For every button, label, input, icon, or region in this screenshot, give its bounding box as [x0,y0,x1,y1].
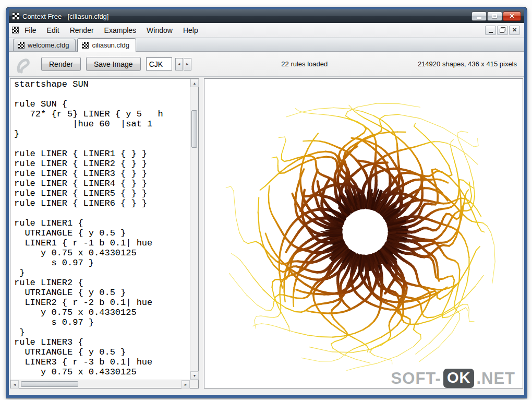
tab-welcome[interactable]: welcome.cfdg [13,39,76,51]
tab-label: welcome.cfdg [28,41,69,49]
arrow-left-icon: ◄ [177,62,181,66]
tab-label: ciliasun.cfdg [92,41,129,49]
variation-spinner: ◄ ► [175,58,191,70]
watermark: SOFT- OK .NET [391,369,515,388]
mdi-close-icon: ✕ [512,27,517,33]
variation-input[interactable] [146,57,172,70]
render-button[interactable]: Render [41,57,81,71]
tab-file-icon [18,42,25,49]
scroll-left-icon: ◄ [13,383,17,386]
watermark-text-left: SOFT- [391,369,441,388]
watermark-badge: OK [443,369,475,388]
scroll-down-button[interactable]: ▼ [190,371,199,380]
menu-help[interactable]: Help [178,25,203,36]
menu-examples[interactable]: Examples [100,25,141,36]
render-status: 214920 shapes, 436 x 415 pixels [418,60,517,68]
close-button[interactable]: ✕ [503,11,521,21]
rendered-sun-image [204,79,523,388]
vertical-scrollbar[interactable]: ▲ ▼ [190,79,198,380]
variation-next-button[interactable]: ► [184,58,191,70]
mdi-minimize-button[interactable] [485,26,496,35]
toolbar: Render Save Image ◄ ► 22 rules loaded 21… [9,52,524,77]
scroll-left-button[interactable]: ◄ [10,380,19,389]
menu-edit[interactable]: Edit [42,25,64,36]
window-controls: ✕ [471,11,521,21]
watermark-text-right: .NET [476,369,515,388]
menu-window[interactable]: Window [142,25,177,36]
main-area: startshape SUN rule SUN { 72* {r 5} LINE… [9,77,524,395]
menu-render[interactable]: Render [65,25,99,36]
minimize-button[interactable] [471,11,487,21]
app-icon[interactable] [12,13,19,20]
app-window: Context Free - [ciliasun.cfdg] ✕ File Ed… [6,7,527,398]
variation-prev-button[interactable]: ◄ [175,58,183,70]
document-icon[interactable] [12,27,19,33]
tab-bar: welcome.cfdg ciliasun.cfdg [9,38,524,52]
arrow-right-icon: ► [186,62,189,66]
scroll-right-icon: ► [184,383,188,386]
mdi-restore-button[interactable] [497,26,508,35]
context-free-logo-icon [14,54,34,74]
code-text[interactable]: startshape SUN rule SUN { 72* {r 5} LINE… [10,79,190,380]
vertical-scroll-thumb[interactable] [191,110,197,148]
mdi-window-controls: ✕ [485,26,520,35]
tab-ciliasun[interactable]: ciliasun.cfdg [77,38,136,52]
scrollbar-corner [190,380,198,388]
rules-status: 22 rules loaded [197,60,413,68]
mdi-close-button[interactable]: ✕ [509,26,520,35]
window-title: Context Free - [ciliasun.cfdg] [22,13,468,20]
horizontal-scroll-thumb[interactable] [21,381,78,387]
mdi-restore-icon [500,27,505,33]
title-bar: Context Free - [ciliasun.cfdg] ✕ [9,9,524,23]
close-icon: ✕ [509,13,514,19]
maximize-button[interactable] [487,11,502,21]
save-image-button[interactable]: Save Image [86,57,141,71]
maximize-icon [492,14,497,18]
menu-file[interactable]: File [20,25,41,36]
mdi-minimize-icon [489,32,493,33]
scroll-up-button[interactable]: ▲ [190,79,199,87]
render-canvas-panel: SOFT- OK .NET [204,78,523,389]
code-editor-panel: startshape SUN rule SUN { 72* {r 5} LINE… [10,78,199,389]
horizontal-scrollbar[interactable]: ◄ ► [10,380,190,388]
scroll-up-icon: ▲ [193,81,197,85]
scroll-down-icon: ▼ [193,374,197,378]
menu-bar: File Edit Render Examples Window Help ✕ [9,23,524,38]
tab-file-icon [82,42,89,49]
minimize-icon [477,17,481,19]
scroll-right-button[interactable]: ► [182,380,190,389]
